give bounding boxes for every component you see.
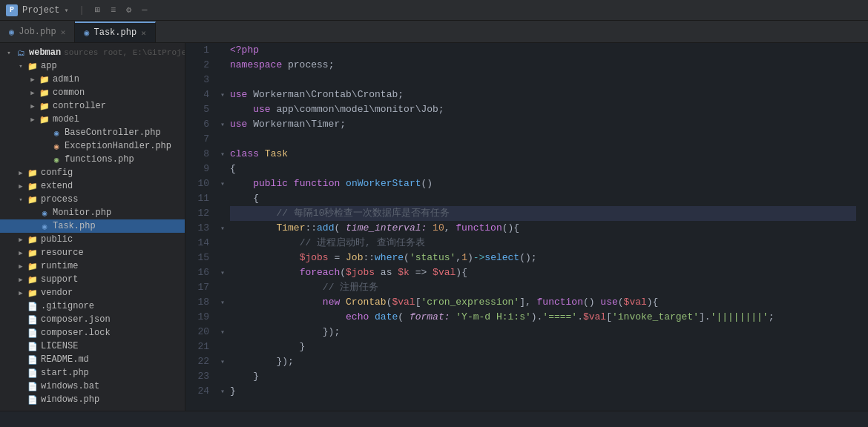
code-line-5: use app\common\model\monitor\Job; (230, 102, 856, 117)
code-lines[interactable]: <?php namespace process; use Workerman\C… (230, 43, 868, 411)
sidebar-item-composerjson[interactable]: 📄 composer.json (0, 313, 185, 326)
exceptionhandler-label: ExceptionHandler.php (65, 141, 171, 151)
gutter-1 (215, 43, 230, 58)
project-root-icon: 🗂 (15, 47, 27, 59)
gutter-2 (215, 58, 230, 73)
code-line-13: Timer::add( time_interval: 10, function(… (230, 221, 856, 236)
sidebar-item-model[interactable]: ▶ 📁 model (0, 113, 185, 126)
sidebar-item-public[interactable]: ▶ 📁 public (0, 233, 185, 246)
composerlock-label: composer.lock (41, 328, 111, 338)
sidebar-item-config[interactable]: ▶ 📁 config (0, 166, 185, 179)
code-line-19: echo date( format: 'Y-m-d H:i:s').'===='… (230, 310, 856, 325)
gutter-19 (215, 310, 230, 325)
app-arrow: ▾ (15, 60, 27, 72)
gutter-24[interactable]: ▾ (215, 384, 230, 399)
tab-task-close[interactable]: ✕ (141, 28, 146, 38)
ln-8: 8 (191, 147, 209, 162)
exceptionhandler-icon: ◉ (50, 140, 62, 152)
gutter-17 (215, 280, 230, 295)
runtime-folder-icon: 📁 (27, 260, 39, 272)
sidebar-item-admin[interactable]: ▶ 📁 admin (0, 73, 185, 86)
config-arrow: ▶ (15, 167, 27, 179)
project-root-arrow: ▾ (3, 47, 15, 59)
ln-22: 22 (191, 354, 209, 369)
sidebar-item-monitor[interactable]: ◉ Monitor.php (0, 206, 185, 219)
line-numbers: 1 2 3 4 5 6 7 8 9 10 11 12 13 14 15 16 1… (185, 43, 215, 411)
gutter-5 (215, 102, 230, 117)
gutter-4[interactable]: ▾ (215, 87, 230, 102)
composerlock-icon: 📄 (27, 327, 39, 339)
sidebar-item-windowsbat[interactable]: 📄 windows.bat (0, 380, 185, 393)
support-folder-icon: 📁 (27, 274, 39, 285)
license-icon: 📄 (27, 340, 39, 352)
sidebar-item-functions[interactable]: ◉ functions.php (0, 153, 185, 166)
toolbar-icon-3[interactable]: ⚙ (126, 4, 131, 16)
config-folder-icon: 📁 (27, 167, 39, 179)
gutter-8[interactable]: ▾ (215, 147, 230, 162)
sidebar-item-license[interactable]: 📄 LICENSE (0, 340, 185, 353)
tab-job-label: Job.php (19, 27, 56, 37)
code-line-17: // 注册任务 (230, 280, 856, 295)
gutter-6[interactable]: ▾ (215, 117, 230, 132)
sidebar-item-extend[interactable]: ▶ 📁 extend (0, 179, 185, 193)
toolbar-icon-2[interactable]: ≡ (111, 5, 116, 16)
ln-3: 3 (191, 73, 209, 87)
ln-4: 4 (191, 87, 209, 102)
sidebar-item-gitignore[interactable]: 📄 .gitignore (0, 299, 185, 313)
sidebar-item-exceptionhandler[interactable]: ◉ ExceptionHandler.php (0, 139, 185, 153)
gutter-15 (215, 251, 230, 265)
code-line-14: // 进程启动时, 查询任务表 (230, 236, 856, 251)
gutter-16[interactable]: ▾ (215, 265, 230, 280)
ln-16: 16 (191, 265, 209, 280)
sidebar-item-vendor[interactable]: ▶ 📁 vendor (0, 286, 185, 299)
ln-21: 21 (191, 340, 209, 354)
ln-24: 24 (191, 384, 209, 399)
gutter-22[interactable]: ▾ (215, 354, 230, 369)
vendor-arrow: ▶ (15, 287, 27, 299)
code-container[interactable]: 1 2 3 4 5 6 7 8 9 10 11 12 13 14 15 16 1… (185, 43, 868, 411)
gitignore-icon: 📄 (27, 300, 39, 312)
sidebar-item-composerlock[interactable]: 📄 composer.lock (0, 326, 185, 340)
gutter-20[interactable]: ▾ (215, 325, 230, 340)
vendor-label: vendor (41, 288, 73, 298)
support-arrow: ▶ (15, 274, 27, 285)
sidebar-item-runtime[interactable]: ▶ 📁 runtime (0, 259, 185, 273)
gutter-10[interactable]: ▾ (215, 176, 230, 191)
project-root-path: sources root, E:\GitProject\webm (64, 48, 185, 57)
sidebar-item-windowsphp[interactable]: 📄 windows.php (0, 393, 185, 406)
sidebar-item-app[interactable]: ▾ 📁 app (0, 59, 185, 73)
title-bar: P Project ▾ | ⊞ ≡ ⚙ — (0, 0, 868, 21)
ln-12: 12 (191, 206, 209, 221)
gutter-13[interactable]: ▾ (215, 221, 230, 236)
code-line-22: }); (230, 354, 856, 369)
tab-job[interactable]: ◉ Job.php ✕ (0, 21, 75, 42)
toolbar-icon-4[interactable]: — (142, 5, 147, 16)
sidebar-item-readme[interactable]: 📄 README.md (0, 353, 185, 366)
sidebar-item-common[interactable]: ▶ 📁 common (0, 86, 185, 99)
code-line-18: new Crontab($val['cron_expression'], fun… (230, 295, 856, 310)
gutter-3 (215, 73, 230, 87)
support-label: support (41, 274, 78, 285)
ln-17: 17 (191, 280, 209, 295)
code-line-1: <?php (230, 43, 856, 58)
sidebar-item-support[interactable]: ▶ 📁 support (0, 273, 185, 286)
public-label: public (41, 234, 73, 245)
toolbar-icon-1[interactable]: ⊞ (95, 4, 100, 16)
sidebar-item-resource[interactable]: ▶ 📁 resource (0, 246, 185, 259)
gutter-18[interactable]: ▾ (215, 295, 230, 310)
status-bar (0, 411, 868, 427)
sidebar-item-basecontroller[interactable]: ◉ BaseController.php (0, 126, 185, 139)
sidebar-item-task[interactable]: ◉ Task.php (0, 219, 185, 233)
tab-task[interactable]: ◉ Task.php ✕ (75, 21, 155, 42)
startphp-icon: 📄 (27, 367, 39, 379)
gutter-23 (215, 369, 230, 384)
sidebar-item-startphp[interactable]: 📄 start.php (0, 366, 185, 380)
tab-job-close[interactable]: ✕ (61, 27, 66, 37)
ln-15: 15 (191, 251, 209, 265)
task-icon: ◉ (39, 220, 50, 232)
app-folder-icon: 📁 (27, 60, 39, 72)
project-dropdown-icon[interactable]: ▾ (64, 6, 68, 15)
sidebar-item-controller[interactable]: ▶ 📁 controller (0, 99, 185, 113)
sidebar-item-project-root[interactable]: ▾ 🗂 webman sources root, E:\GitProject\w… (0, 46, 185, 59)
sidebar-item-process[interactable]: ▾ 📁 process (0, 193, 185, 206)
